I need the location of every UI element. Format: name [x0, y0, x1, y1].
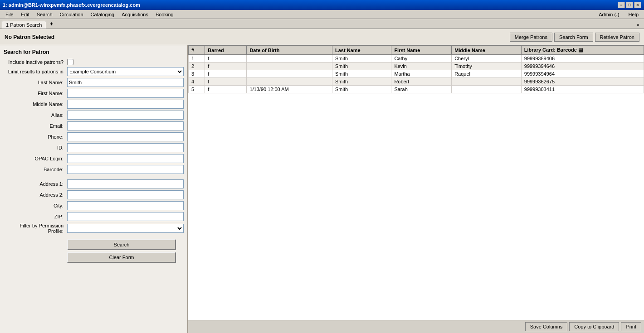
table-cell: 1/13/90 12:00 AM [247, 86, 332, 93]
limit-results-select[interactable]: Example Consortium [67, 67, 184, 76]
first-name-input[interactable] [67, 89, 184, 98]
barcode-input[interactable] [67, 165, 184, 174]
first-name-label: First Name: [4, 91, 67, 96]
table-cell [452, 86, 522, 93]
menu-booking[interactable]: Booking [152, 11, 177, 18]
table-row[interactable]: 3fSmithMarthaRaquel99999394964 [189, 70, 644, 78]
menu-search[interactable]: Search [33, 11, 56, 18]
search-panel-title: Search for Patron [4, 49, 184, 55]
menu-circulation[interactable]: Circulation [56, 11, 87, 18]
table-cell: Cheryl [452, 55, 522, 63]
menu-help[interactable]: Help [624, 11, 642, 18]
merge-patrons-button[interactable]: Merge Patrons [510, 33, 552, 42]
retrieve-patron-button[interactable]: Retrieve Patron [595, 33, 639, 42]
table-cell [247, 55, 332, 63]
main-container: No Patron Selected Merge Patrons Search … [0, 29, 644, 333]
middle-name-input[interactable] [67, 100, 184, 109]
city-input[interactable] [67, 201, 184, 210]
phone-input[interactable] [67, 132, 184, 141]
include-inactive-row: Include inactive patrons? [4, 59, 184, 65]
city-label: City: [4, 203, 67, 208]
zip-input[interactable] [67, 212, 184, 221]
table-cell: Kevin [391, 63, 452, 70]
col-dob[interactable]: Date of Birth [247, 46, 332, 55]
id-label: ID: [4, 145, 67, 150]
alias-row: Alias: [4, 111, 184, 120]
results-table-container: # Barred Date of Birth Last Name First N… [188, 45, 644, 320]
alias-input[interactable] [67, 111, 184, 120]
address2-label: Address 2: [4, 192, 67, 198]
table-cell: f [205, 55, 247, 63]
tab-patron-search[interactable]: 1 Patron Search [2, 21, 46, 29]
copy-clipboard-button[interactable]: Copy to Clipboard [569, 322, 619, 331]
table-cell: f [205, 70, 247, 78]
maximize-button[interactable]: □ [626, 2, 633, 8]
table-cell: Smith [332, 63, 391, 70]
close-button[interactable]: × [634, 2, 641, 8]
results-panel: # Barred Date of Birth Last Name First N… [188, 45, 644, 333]
tab-close-icon[interactable]: × [634, 21, 642, 29]
include-inactive-label: Include inactive patrons? [4, 59, 67, 65]
clear-form-button[interactable]: Clear Form [67, 252, 176, 263]
col-num[interactable]: # [189, 46, 205, 55]
col-barcode[interactable]: Library Card: Barcode ▤ [521, 46, 644, 55]
search-button[interactable]: Search [67, 239, 176, 250]
last-name-input[interactable] [67, 78, 184, 87]
table-cell: 99999389406 [521, 55, 644, 63]
zip-label: ZIP: [4, 214, 67, 219]
address2-input[interactable] [67, 190, 184, 199]
phone-label: Phone: [4, 134, 67, 140]
patron-action-buttons: Merge Patrons Search Form Retrieve Patro… [510, 33, 639, 42]
table-cell: Raquel [452, 70, 522, 78]
search-form-button[interactable]: Search Form [554, 33, 593, 42]
include-inactive-checkbox[interactable] [67, 59, 73, 65]
address1-input[interactable] [67, 179, 184, 188]
col-last-name[interactable]: Last Name [332, 46, 391, 55]
results-footer: Save Columns Copy to Clipboard Print [188, 320, 644, 333]
opac-login-row: OPAC Login: [4, 154, 184, 163]
table-row[interactable]: 5f1/13/90 12:00 AMSmithSarah99999303411 [189, 86, 644, 93]
print-button[interactable]: Print [621, 322, 641, 331]
id-input[interactable] [67, 143, 184, 152]
table-cell [247, 70, 332, 78]
menu-acquisitions[interactable]: Acquisitions [118, 11, 152, 18]
address1-row: Address 1: [4, 179, 184, 188]
opac-login-input[interactable] [67, 154, 184, 163]
address2-row: Address 2: [4, 190, 184, 199]
table-cell: Sarah [391, 86, 452, 93]
table-row[interactable]: 2fSmithKevinTimothy99999394646 [189, 63, 644, 70]
menu-bar: File Edit Search Circulation Cataloging … [0, 10, 644, 19]
opac-login-label: OPAC Login: [4, 156, 67, 161]
last-name-label: Last Name: [4, 80, 67, 85]
email-input[interactable] [67, 121, 184, 130]
menu-admin[interactable]: Admin (-) [595, 11, 623, 18]
patron-name: No Patron Selected [5, 34, 54, 40]
menu-edit[interactable]: Edit [17, 11, 33, 18]
menu-file[interactable]: File [2, 11, 17, 18]
search-buttons: Search Clear Form [4, 239, 184, 263]
minimize-button[interactable]: − [618, 2, 625, 8]
table-cell: f [205, 63, 247, 70]
col-barred[interactable]: Barred [205, 46, 247, 55]
menu-cataloging[interactable]: Cataloging [87, 11, 118, 18]
table-cell: Cathy [391, 55, 452, 63]
first-name-row: First Name: [4, 89, 184, 98]
tab-bar: 1 Patron Search + × [0, 19, 644, 29]
tab-add-button[interactable]: + [47, 19, 56, 29]
col-first-name[interactable]: First Name [391, 46, 452, 55]
table-cell: f [205, 78, 247, 86]
save-columns-button[interactable]: Save Columns [525, 322, 568, 331]
col-middle-name[interactable]: Middle Name [452, 46, 522, 55]
table-cell: 1 [189, 55, 205, 63]
limit-results-label: Limit results to patrons in [4, 69, 67, 74]
table-row[interactable]: 1fSmithCathyCheryl99999389406 [189, 55, 644, 63]
table-cell: Robert [391, 78, 452, 86]
table-cell: f [205, 86, 247, 93]
zip-row: ZIP: [4, 212, 184, 221]
filter-profile-select[interactable] [67, 224, 184, 233]
title-bar: 1: admin@BR1-winxpvmfx.phasefx.evergreen… [0, 0, 644, 10]
window-title: 1: admin@BR1-winxpvmfx.phasefx.evergreen… [3, 2, 618, 8]
middle-name-label: Middle Name: [4, 101, 67, 107]
table-row[interactable]: 4fSmithRobert99999362675 [189, 78, 644, 86]
middle-name-row: Middle Name: [4, 100, 184, 109]
